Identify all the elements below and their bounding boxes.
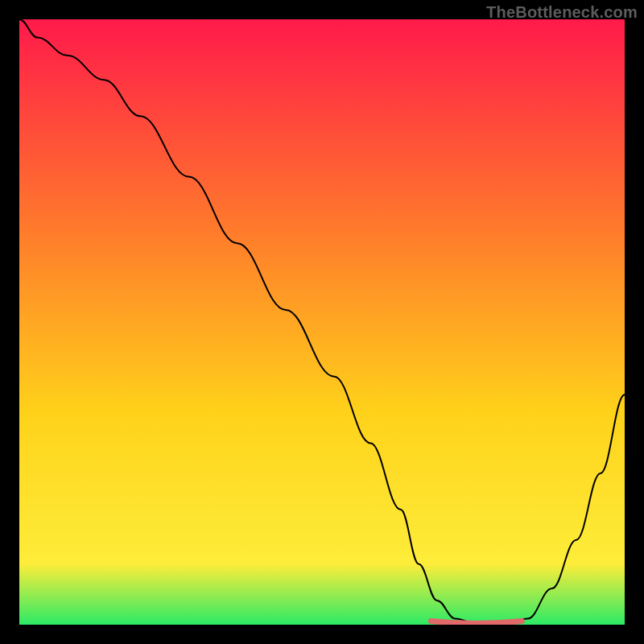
bottleneck-curve-path xyxy=(19,19,625,625)
curve-layer xyxy=(19,19,625,625)
watermark-label: TheBottleneck.com xyxy=(486,3,638,22)
plot-area xyxy=(19,19,625,625)
optimal-marker xyxy=(431,621,522,623)
chart-frame: TheBottleneck.com xyxy=(0,0,644,644)
